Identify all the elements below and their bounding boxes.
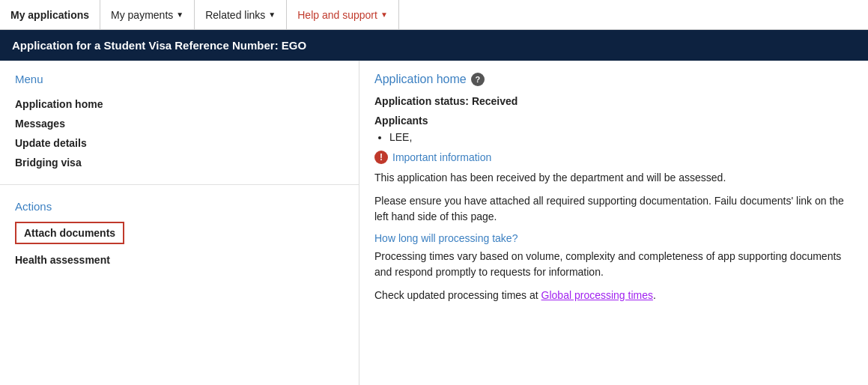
global-times-text: Check updated processing times at Global… (374, 288, 853, 303)
applicants-label: Applicants (374, 115, 853, 127)
warning-icon: ! (374, 151, 388, 164)
chevron-down-icon: ▼ (380, 10, 388, 19)
applicants-list: LEE, (389, 131, 853, 143)
sidebar-divider (0, 184, 359, 185)
top-nav: My applications My payments ▼ Related li… (0, 0, 868, 30)
content-area: Application home ? Application status: R… (359, 61, 868, 385)
chevron-down-icon: ▼ (268, 10, 276, 19)
info-text-1: This application has been received by th… (374, 170, 853, 186)
info-text-2: Please ensure you have attached all requ… (374, 193, 853, 225)
chevron-down-icon: ▼ (176, 10, 183, 19)
nav-help-support-label: Help and support (297, 9, 377, 21)
nav-my-payments[interactable]: My payments ▼ (100, 0, 195, 29)
app-header-title: Application for a Student Visa Reference… (12, 39, 306, 52)
content-title: Application home ? (374, 73, 853, 86)
help-icon[interactable]: ? (471, 73, 485, 86)
main-layout: Menu Application home Messages Update de… (0, 61, 868, 385)
sidebar-item-health-assessment[interactable]: Health assessment (15, 250, 344, 270)
sidebar: Menu Application home Messages Update de… (0, 61, 359, 385)
sidebar-actions-title: Actions (15, 200, 344, 213)
app-header: Application for a Student Visa Reference… (0, 30, 868, 61)
sidebar-menu-section: Menu Application home Messages Update de… (0, 61, 359, 178)
global-times-link[interactable]: Global processing times (541, 289, 653, 301)
sidebar-item-bridging-visa[interactable]: Bridging visa (15, 153, 344, 172)
app-status: Application status: Received (374, 95, 853, 107)
nav-my-applications[interactable]: My applications (0, 0, 100, 29)
processing-link[interactable]: How long will processing take? (374, 232, 853, 244)
global-times-suffix: . (653, 289, 656, 301)
applicant-item: LEE, (389, 131, 853, 143)
important-info-label: Important information (392, 151, 491, 163)
sidebar-item-update-details[interactable]: Update details (15, 133, 344, 153)
important-info-row: ! Important information (374, 151, 853, 164)
attach-documents-button[interactable]: Attach documents (15, 222, 124, 244)
sidebar-actions-section: Actions Attach documents Health assessme… (0, 191, 359, 276)
sidebar-item-messages[interactable]: Messages (15, 114, 344, 133)
sidebar-menu-title: Menu (15, 73, 344, 85)
nav-related-links[interactable]: Related links ▼ (195, 0, 287, 29)
nav-related-links-label: Related links (205, 9, 265, 21)
global-times-prefix: Check updated processing times at (374, 289, 541, 301)
content-title-text: Application home (374, 73, 467, 86)
nav-my-payments-label: My payments (111, 9, 173, 21)
sidebar-item-application-home[interactable]: Application home (15, 94, 344, 114)
processing-text: Processing times vary based on volume, c… (374, 249, 853, 280)
nav-help-support[interactable]: Help and support ▼ (287, 0, 399, 29)
